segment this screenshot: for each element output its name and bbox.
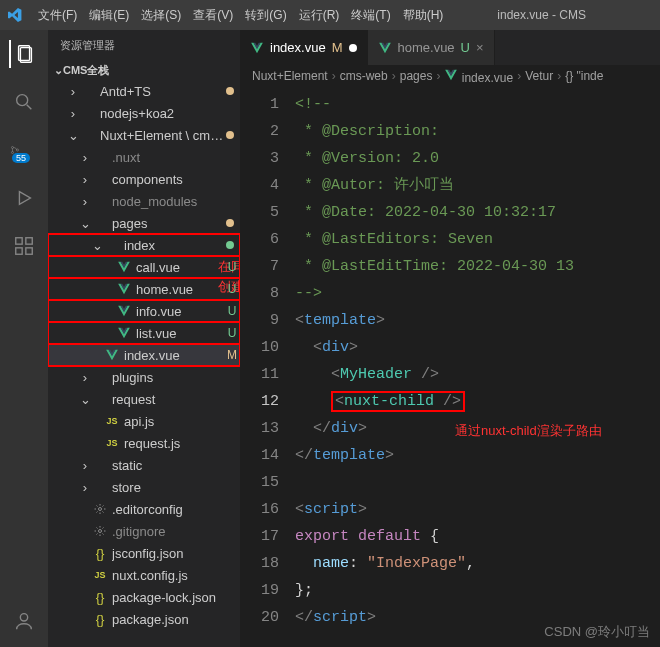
chevron-right-icon: › — [392, 69, 396, 83]
code-line[interactable]: <script> — [295, 496, 660, 523]
breadcrumb-item[interactable]: {} "inde — [565, 69, 603, 83]
sidebar-section-header[interactable]: ⌄ CMS全栈 — [48, 61, 240, 80]
tree-item[interactable]: {}jsconfig.json — [48, 542, 240, 564]
tree-item[interactable]: .editorconfig — [48, 498, 240, 520]
code-line[interactable]: * @Description: — [295, 118, 660, 145]
tree-item[interactable]: ›plugins — [48, 366, 240, 388]
code-line[interactable]: * @Version: 2.0 — [295, 145, 660, 172]
json-icon: {} — [92, 611, 108, 627]
code-line[interactable]: * @LastEditors: Seven — [295, 226, 660, 253]
menu-item[interactable]: 编辑(E) — [83, 8, 135, 22]
code-line[interactable]: <!-- — [295, 91, 660, 118]
tree-item[interactable]: ›static — [48, 454, 240, 476]
tree-item[interactable]: {}package-lock.json — [48, 586, 240, 608]
tab-status: U — [461, 40, 470, 55]
menu-item[interactable]: 帮助(H) — [397, 8, 450, 22]
tree-item-label: list.vue — [136, 326, 224, 341]
tree-item[interactable]: ›components — [48, 168, 240, 190]
breadcrumb-item[interactable]: index.vue — [444, 68, 513, 85]
code-line[interactable]: * @LastEditTime: 2022-04-30 13 — [295, 253, 660, 280]
folder-icon — [92, 149, 108, 165]
chevron-down-icon: ⌄ — [54, 64, 63, 77]
code-line[interactable]: }; — [295, 577, 660, 604]
svg-point-13 — [99, 508, 102, 511]
breadcrumb-item[interactable]: Vetur — [525, 69, 553, 83]
menu-item[interactable]: 终端(T) — [345, 8, 396, 22]
tree-item[interactable]: ⌄request — [48, 388, 240, 410]
line-number: 9 — [240, 307, 279, 334]
menu-item[interactable]: 文件(F) — [32, 8, 83, 22]
line-number: 5 — [240, 199, 279, 226]
tree-item[interactable]: ›node_modules — [48, 190, 240, 212]
code-line[interactable]: <MyHeader /> — [295, 361, 660, 388]
chevron-right-icon: › — [78, 480, 92, 494]
tree-item[interactable]: ›nodejs+koa2 — [48, 102, 240, 124]
tree-item[interactable]: ›Antd+TS — [48, 80, 240, 102]
twisty-none — [90, 348, 104, 362]
tree-item[interactable]: list.vueU — [48, 322, 240, 344]
search-icon[interactable] — [10, 88, 38, 116]
tree-item[interactable]: ›store — [48, 476, 240, 498]
vue-icon — [116, 303, 132, 319]
tree-item[interactable]: ›.nuxt — [48, 146, 240, 168]
git-status: U — [224, 260, 240, 274]
tree-item[interactable]: ⌄Nuxt+Element \ cms... — [48, 124, 240, 146]
extensions-icon[interactable] — [10, 232, 38, 260]
code-area[interactable]: 1234567891011121314151617181920 通过nuxt-c… — [240, 87, 660, 647]
tree-item[interactable]: {}package.json — [48, 608, 240, 630]
tree-item[interactable]: index.vueM — [48, 344, 240, 366]
tree-item[interactable]: ⌄pages — [48, 212, 240, 234]
menu-item[interactable]: 查看(V) — [187, 8, 239, 22]
tree-item[interactable]: home.vueU — [48, 278, 240, 300]
close-icon[interactable]: × — [476, 40, 484, 55]
code-line[interactable]: * @Date: 2022-04-30 10:32:17 — [295, 199, 660, 226]
breadcrumbs[interactable]: Nuxt+Element›cms-web›pages› index.vue›Ve… — [240, 65, 660, 87]
menu-item[interactable]: 选择(S) — [135, 8, 187, 22]
breadcrumb-item[interactable]: cms-web — [340, 69, 388, 83]
breadcrumb-item[interactable]: Nuxt+Element — [252, 69, 328, 83]
tree-item[interactable]: JSrequest.js — [48, 432, 240, 454]
tree-item[interactable]: info.vueU — [48, 300, 240, 322]
tree-item[interactable]: JSnuxt.config.js — [48, 564, 240, 586]
tree-item[interactable]: ⌄index — [48, 234, 240, 256]
editor-tab[interactable]: index.vueM — [240, 30, 368, 65]
tree-item[interactable]: JSapi.js — [48, 410, 240, 432]
code-line[interactable]: </div> — [295, 415, 660, 442]
tree-item[interactable]: call.vueU — [48, 256, 240, 278]
menu-item[interactable]: 运行(R) — [293, 8, 346, 22]
code-line[interactable]: * @Autor: 许小叮当 — [295, 172, 660, 199]
menu-item[interactable]: 转到(G) — [239, 8, 292, 22]
breadcrumb-item[interactable]: pages — [400, 69, 433, 83]
tree-item-label: components — [112, 172, 240, 187]
tree-item-label: package.json — [112, 612, 240, 627]
code-line[interactable]: <template> — [295, 307, 660, 334]
chevron-down-icon: ⌄ — [78, 216, 92, 230]
js-icon: JS — [92, 567, 108, 583]
folder-icon — [92, 479, 108, 495]
sidebar: 资源管理器 ⌄ CMS全栈 在同名index的vue文件下 创建同名文件夹 ›A… — [48, 30, 240, 647]
svg-point-12 — [20, 614, 27, 621]
line-number: 12 — [240, 388, 279, 415]
code-line[interactable]: name: "IndexPage", — [295, 550, 660, 577]
code-line[interactable]: <div> — [295, 334, 660, 361]
tree-item-label: request — [112, 392, 240, 407]
editor-tab[interactable]: home.vueU× — [368, 30, 495, 65]
tree-item-label: info.vue — [136, 304, 224, 319]
code-line[interactable] — [295, 469, 660, 496]
tree-item[interactable]: .gitignore — [48, 520, 240, 542]
line-number: 20 — [240, 604, 279, 631]
code-line[interactable]: export default { — [295, 523, 660, 550]
accounts-icon[interactable] — [10, 607, 38, 635]
run-debug-icon[interactable] — [10, 184, 38, 212]
explorer-icon[interactable] — [9, 40, 37, 68]
twisty-none — [102, 304, 116, 318]
line-number: 15 — [240, 469, 279, 496]
vue-icon — [116, 259, 132, 275]
twisty-none — [102, 282, 116, 296]
source-control-icon[interactable]: 55 — [10, 136, 38, 164]
tree-item-label: package-lock.json — [112, 590, 240, 605]
code-content[interactable]: 通过nuxt-child渲染子路由 <!-- * @Description: *… — [295, 87, 660, 647]
code-line[interactable]: <nuxt-child /> — [295, 388, 660, 415]
code-line[interactable]: --> — [295, 280, 660, 307]
code-line[interactable]: </template> — [295, 442, 660, 469]
